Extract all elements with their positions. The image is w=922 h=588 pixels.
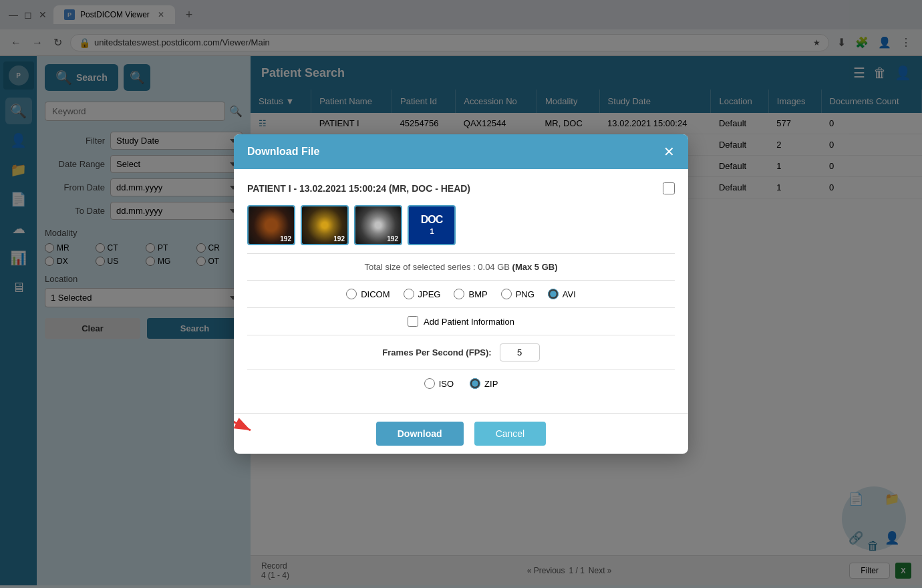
compress-iso-label: ISO bbox=[439, 379, 454, 389]
format-avi[interactable]: AVI bbox=[548, 289, 576, 299]
svg-line-1 bbox=[234, 410, 251, 430]
annotation-arrow-svg bbox=[234, 407, 257, 434]
format-avi-radio[interactable] bbox=[548, 289, 559, 299]
fps-row: Frames Per Second (FPS): 5 bbox=[247, 343, 675, 361]
format-png-radio[interactable] bbox=[501, 289, 512, 299]
modal-divider-1 bbox=[247, 253, 675, 254]
max-size-text: (Max 5 GB) bbox=[512, 262, 558, 272]
add-patient-info-label[interactable]: Add Patient Information bbox=[424, 317, 514, 327]
format-jpeg[interactable]: JPEG bbox=[404, 289, 441, 299]
format-dicom-radio[interactable] bbox=[346, 289, 357, 299]
modal-divider-5 bbox=[247, 370, 675, 370]
patient-select-checkbox[interactable] bbox=[663, 182, 675, 194]
modal-close-button[interactable]: ✕ bbox=[663, 144, 675, 160]
format-png-label: PNG bbox=[516, 289, 534, 299]
compress-zip-radio[interactable] bbox=[470, 378, 480, 389]
series-thumb-3[interactable]: 192 bbox=[354, 205, 402, 245]
compress-iso[interactable]: ISO bbox=[424, 378, 454, 389]
add-patient-info-checkbox[interactable] bbox=[408, 316, 418, 327]
modal-title: Download File bbox=[247, 146, 319, 158]
format-jpeg-radio[interactable] bbox=[404, 289, 414, 299]
modal-footer: 1 Download Cancel bbox=[234, 413, 688, 454]
size-text: Total size of selected series : 0.04 GB bbox=[364, 262, 510, 272]
series-count-1: 192 bbox=[280, 235, 291, 243]
fps-label: Frames Per Second (FPS): bbox=[382, 347, 491, 357]
series-thumbnails: 192 192 192 DOC1 bbox=[247, 205, 675, 245]
modal-divider-3 bbox=[247, 307, 675, 308]
compress-zip-label: ZIP bbox=[484, 379, 498, 389]
modal-header: Download File ✕ bbox=[234, 134, 688, 169]
patient-row: PATIENT I - 13.02.2021 15:00:24 (MR, DOC… bbox=[247, 182, 675, 194]
format-png[interactable]: PNG bbox=[501, 289, 534, 299]
fps-input[interactable]: 5 bbox=[500, 343, 540, 361]
format-bmp[interactable]: BMP bbox=[454, 289, 487, 299]
compress-zip[interactable]: ZIP bbox=[470, 378, 498, 389]
size-info: Total size of selected series : 0.04 GB … bbox=[247, 262, 675, 272]
format-avi-label: AVI bbox=[563, 289, 576, 299]
patient-info-label: PATIENT I - 13.02.2021 15:00:24 (MR, DOC… bbox=[247, 183, 470, 194]
compress-row: ISO ZIP bbox=[247, 378, 675, 389]
format-row: DICOM JPEG BMP PNG AVI bbox=[247, 289, 675, 299]
modal-overlay: Download File ✕ PATIENT I - 13.02.2021 1… bbox=[0, 0, 922, 588]
compress-iso-radio[interactable] bbox=[424, 378, 435, 389]
series-count-2: 192 bbox=[333, 235, 345, 243]
format-bmp-label: BMP bbox=[468, 289, 487, 299]
series-thumb-2[interactable]: 192 bbox=[301, 205, 349, 245]
modal-divider-4 bbox=[247, 335, 675, 335]
cancel-button[interactable]: Cancel bbox=[474, 422, 547, 446]
format-bmp-radio[interactable] bbox=[454, 289, 464, 299]
series-thumb-1[interactable]: 192 bbox=[247, 205, 295, 245]
format-jpeg-label: JPEG bbox=[418, 289, 441, 299]
modal-body: PATIENT I - 13.02.2021 15:00:24 (MR, DOC… bbox=[234, 169, 688, 413]
format-dicom[interactable]: DICOM bbox=[346, 289, 390, 299]
format-dicom-label: DICOM bbox=[361, 289, 390, 299]
series-count-3: 192 bbox=[387, 235, 398, 243]
series-thumb-doc[interactable]: DOC1 bbox=[408, 205, 456, 245]
download-button[interactable]: Download bbox=[376, 422, 464, 446]
modal-divider-2 bbox=[247, 280, 675, 281]
patient-info-row: Add Patient Information bbox=[247, 316, 675, 327]
download-modal: Download File ✕ PATIENT I - 13.02.2021 1… bbox=[234, 134, 688, 454]
